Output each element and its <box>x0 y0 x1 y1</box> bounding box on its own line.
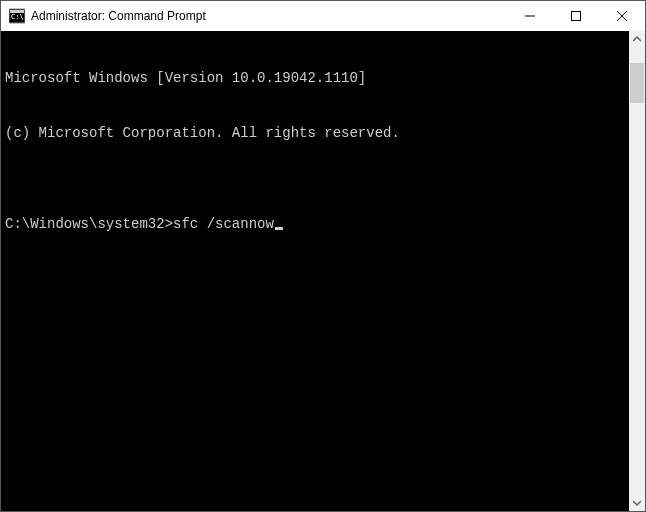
terminal-output-line: (c) Microsoft Corporation. All rights re… <box>5 124 625 142</box>
maximize-icon <box>571 11 581 21</box>
vertical-scrollbar[interactable] <box>629 31 645 511</box>
chevron-down-icon <box>633 499 641 507</box>
svg-text:C:\: C:\ <box>11 13 24 21</box>
terminal-cursor <box>275 227 283 230</box>
svg-rect-4 <box>572 12 581 21</box>
cmd-icon: C:\ <box>9 8 25 24</box>
terminal-prompt: C:\Windows\system32> <box>5 215 173 233</box>
content-area: Microsoft Windows [Version 10.0.19042.11… <box>1 31 645 511</box>
terminal-output-line: Microsoft Windows [Version 10.0.19042.11… <box>5 69 625 87</box>
scroll-track[interactable] <box>629 47 645 495</box>
scroll-up-button[interactable] <box>629 31 645 47</box>
window-controls <box>507 1 645 31</box>
minimize-icon <box>525 11 535 21</box>
close-icon <box>617 11 627 21</box>
scroll-down-button[interactable] <box>629 495 645 511</box>
window-title: Administrator: Command Prompt <box>31 9 507 23</box>
window-frame: C:\ Administrator: Command Prompt <box>0 0 646 512</box>
minimize-button[interactable] <box>507 1 553 31</box>
chevron-up-icon <box>633 35 641 43</box>
terminal-command: sfc /scannow <box>173 215 274 233</box>
scroll-thumb[interactable] <box>630 63 644 103</box>
terminal[interactable]: Microsoft Windows [Version 10.0.19042.11… <box>1 31 629 511</box>
terminal-prompt-line: C:\Windows\system32>sfc /scannow <box>5 215 625 233</box>
maximize-button[interactable] <box>553 1 599 31</box>
close-button[interactable] <box>599 1 645 31</box>
titlebar[interactable]: C:\ Administrator: Command Prompt <box>1 1 645 31</box>
